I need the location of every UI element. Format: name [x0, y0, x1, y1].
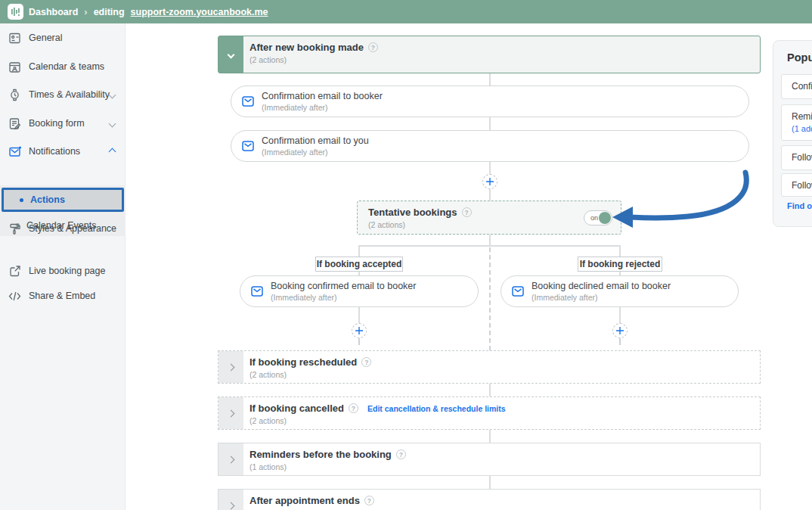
trigger-node-after-new-booking[interactable]: After new booking made (2 actions) — [218, 36, 761, 73]
node-title: After new booking made — [249, 42, 364, 53]
breadcrumb-dashboard[interactable]: Dashboard — [29, 7, 78, 17]
plus-icon — [355, 326, 364, 335]
sidebar-item-label: Styles & Appearance — [29, 223, 116, 234]
popular-action-card[interactable]: Confirmation — [781, 74, 812, 99]
sidebar-subitem-label: Actions — [30, 194, 65, 205]
app-window: Dashboard › editing support-zoom.youcanb… — [0, 0, 812, 510]
expand-node-button[interactable] — [218, 443, 243, 475]
breadcrumb-editing-label: editing — [94, 7, 125, 17]
sidebar-item-label: General — [29, 33, 62, 43]
sidebar-item-styles-appearance[interactable]: Styles & Appearance — [0, 216, 126, 241]
node-reminders-before-booking[interactable]: Reminders before the booking (1 actions) — [218, 443, 761, 476]
breadcrumb-separator: › — [84, 6, 87, 17]
node-after-appointment-ends[interactable]: After appointment ends (2 actions) — [218, 489, 761, 510]
help-icon[interactable] — [368, 42, 378, 52]
connector-dashed-line — [619, 338, 621, 345]
popular-card-added-count: (1 added — [792, 124, 812, 133]
envelope-badge-icon — [8, 145, 22, 159]
app-logo-icon[interactable] — [8, 4, 23, 20]
card-title: Confirmation email to you — [262, 135, 369, 146]
chevron-right-icon — [228, 409, 235, 417]
node-content: Tentative bookings (2 actions) — [368, 207, 613, 229]
chevron-down-icon — [109, 120, 116, 127]
popular-action-card[interactable]: Reminder (1 added — [781, 104, 812, 141]
sidebar-item-label: Times & Availability — [29, 89, 110, 100]
popular-card-title: Reminder — [792, 111, 812, 122]
connector-dashed-line — [489, 247, 491, 350]
sidebar-item-booking-form[interactable]: Booking form — [0, 110, 126, 136]
add-action-button[interactable] — [482, 174, 497, 189]
connector-line — [489, 476, 491, 489]
node-actions-count: (1 actions) — [249, 462, 752, 471]
branch-label-rejected: If booking rejected — [578, 257, 662, 272]
edit-cancellation-limits-link[interactable]: Edit cancellation & reschedule limits — [367, 404, 506, 413]
sidebar-item-notifications[interactable]: Notifications — [0, 138, 126, 164]
sidebar-item-label: Share & Embed — [29, 291, 95, 301]
tentative-bookings-node[interactable]: Tentative bookings (2 actions) on — [357, 201, 621, 235]
node-actions-count: (2 actions) — [249, 416, 752, 425]
chevron-right-icon — [228, 363, 235, 371]
node-if-booking-cancelled[interactable]: If booking cancelled Edit cancellation &… — [218, 396, 761, 430]
help-icon[interactable] — [462, 207, 472, 217]
popular-card-title: Follow up — [792, 152, 812, 163]
expand-node-button[interactable] — [218, 490, 243, 510]
chevron-down-icon — [109, 91, 116, 98]
connector-line — [489, 73, 491, 86]
external-link-icon — [8, 264, 22, 278]
bullet-icon — [20, 198, 23, 202]
top-header-bar: Dashboard › editing support-zoom.youcanb… — [0, 0, 812, 23]
connector-line — [489, 162, 491, 174]
connector-line — [619, 246, 621, 257]
card-timing: (Immediately after) — [262, 103, 383, 112]
panel-heading: Popular actions — [787, 51, 812, 64]
collapse-node-button[interactable] — [218, 36, 243, 73]
connector-line — [489, 430, 491, 443]
connector-line — [619, 307, 621, 323]
sidebar-item-times-availability[interactable]: Times & Availability — [0, 82, 126, 107]
add-action-button[interactable] — [352, 323, 367, 338]
breadcrumb: Dashboard › editing support-zoom.youcanb… — [29, 0, 268, 23]
node-actions-count: (2 actions) — [368, 220, 613, 229]
card-title: Booking declined email to booker — [532, 281, 671, 291]
sidebar-item-calendar-teams[interactable]: Calendar & teams — [0, 54, 126, 79]
card-timing: (Immediately after) — [271, 293, 416, 302]
find-out-more-link[interactable]: Find out more — [787, 201, 812, 210]
popular-action-card[interactable]: Follow up — [781, 145, 812, 170]
action-card-booking-confirmed[interactable]: Booking confirmed email to booker (Immed… — [240, 275, 479, 307]
popular-action-card[interactable]: Follow up — [781, 173, 812, 197]
email-icon — [242, 96, 254, 107]
node-content: After new booking made (2 actions) — [249, 42, 752, 64]
form-icon — [8, 117, 22, 131]
expand-node-button[interactable] — [218, 397, 243, 429]
help-icon[interactable] — [396, 449, 406, 459]
chevron-up-icon — [109, 148, 116, 155]
email-icon — [512, 286, 524, 297]
connector-dashed-line — [358, 338, 360, 345]
chevron-right-icon — [228, 456, 235, 463]
help-icon[interactable] — [361, 357, 371, 367]
help-icon[interactable] — [349, 403, 358, 413]
help-icon[interactable] — [364, 496, 374, 505]
sidebar-item-general[interactable]: General — [0, 25, 126, 51]
booking-page-link[interactable]: support-zoom.youcanbook.me — [131, 7, 268, 17]
watch-icon — [8, 88, 22, 102]
connector-line — [358, 307, 360, 323]
sidebar-item-share-embed[interactable]: Share & Embed — [0, 283, 126, 309]
action-card-confirmation-you[interactable]: Confirmation email to you (Immediately a… — [231, 130, 749, 162]
branch-label-text: If booking accepted — [317, 259, 402, 269]
action-card-confirmation-booker[interactable]: Confirmation email to booker (Immediatel… — [231, 86, 749, 117]
annotation-arrow — [597, 168, 756, 232]
popular-card-title: Confirmation — [792, 81, 812, 92]
action-card-booking-declined[interactable]: Booking declined email to booker (Immedi… — [501, 275, 739, 307]
node-title: Reminders before the booking — [249, 449, 392, 460]
id-card-icon — [8, 31, 22, 45]
connector-line — [489, 384, 491, 396]
node-actions-count: (2 actions) — [249, 55, 752, 64]
add-action-button[interactable] — [612, 323, 628, 338]
sidebar-item-live-booking-page[interactable]: Live booking page — [0, 258, 126, 284]
sidebar-item-actions[interactable]: Actions — [2, 188, 124, 212]
card-timing: (Immediately after) — [262, 148, 369, 157]
email-icon — [251, 286, 263, 297]
expand-node-button[interactable] — [218, 351, 243, 383]
node-if-booking-rescheduled[interactable]: If booking rescheduled (2 actions) — [218, 350, 761, 384]
